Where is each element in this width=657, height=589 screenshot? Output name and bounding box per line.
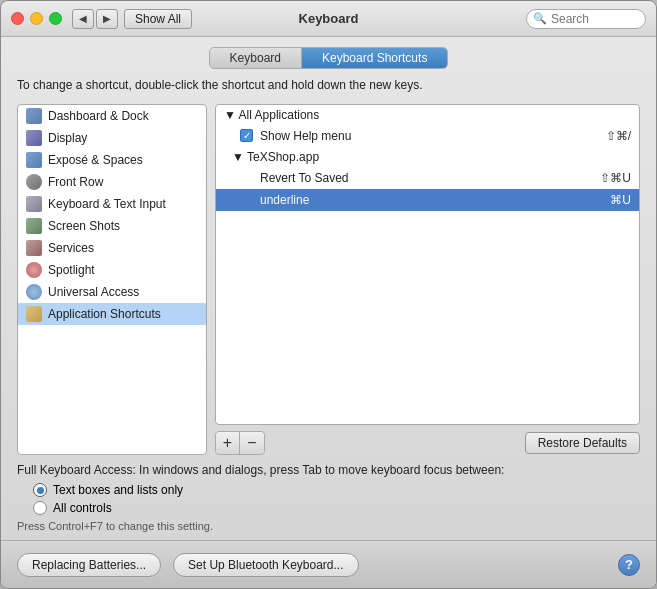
replacing-batteries-button[interactable]: Replacing Batteries...: [17, 553, 161, 577]
tab-container: Keyboard Keyboard Shortcuts: [209, 47, 449, 69]
back-button[interactable]: ◀: [72, 9, 94, 29]
tab-bar: Keyboard Keyboard Shortcuts: [1, 37, 656, 77]
close-button[interactable]: [11, 12, 24, 25]
sidebar-label-screenshots: Screen Shots: [48, 219, 120, 233]
subgroup-texshop[interactable]: ▼ TeXShop.app: [216, 147, 639, 167]
keyboard-icon: [26, 196, 42, 212]
screenshots-icon: [26, 218, 42, 234]
shortcut-panel: ▼ All Applications Show Help menu ⇧⌘/ ▼ …: [215, 104, 640, 455]
fka-section: Full Keyboard Access: In windows and dia…: [17, 463, 640, 532]
sidebar-label-spotlight: Spotlight: [48, 263, 95, 277]
content-area: To change a shortcut, double-click the s…: [1, 77, 656, 540]
sidebar-item-services[interactable]: Services: [18, 237, 206, 259]
sidebar-item-expose[interactable]: Exposé & Spaces: [18, 149, 206, 171]
sidebar-label-dashboard: Dashboard & Dock: [48, 109, 149, 123]
radio-dot: [37, 487, 44, 494]
tab-keyboard-shortcuts[interactable]: Keyboard Shortcuts: [302, 48, 447, 68]
radio-text-boxes-label: Text boxes and lists only: [53, 483, 183, 497]
sidebar-item-display[interactable]: Display: [18, 127, 206, 149]
checkbox-show-help[interactable]: [240, 129, 260, 142]
shortcut-bottom-buttons: + − Restore Defaults: [215, 431, 640, 455]
help-button[interactable]: ?: [618, 554, 640, 576]
display-icon: [26, 130, 42, 146]
services-icon: [26, 240, 42, 256]
add-shortcut-button[interactable]: +: [216, 432, 240, 454]
shortcut-revert-keys: ⇧⌘U: [600, 171, 631, 185]
universal-icon: [26, 284, 42, 300]
shortcut-revert-saved[interactable]: Revert To Saved ⇧⌘U: [216, 167, 639, 189]
radio-text-boxes-input[interactable]: [33, 483, 47, 497]
shortcut-underline[interactable]: underline ⌘U: [216, 189, 639, 211]
forward-button[interactable]: ▶: [96, 9, 118, 29]
shortcut-revert-label: Revert To Saved: [260, 171, 600, 185]
fka-title: Full Keyboard Access: In windows and dia…: [17, 463, 640, 477]
main-window: ◀ ▶ Show All Keyboard 🔍 Keyboard Keyboar…: [0, 0, 657, 589]
search-box[interactable]: 🔍: [526, 9, 646, 29]
expose-icon: [26, 152, 42, 168]
hint-text: Press Control+F7 to change this setting.: [17, 520, 640, 532]
sidebar-item-dashboard[interactable]: Dashboard & Dock: [18, 105, 206, 127]
radio-all-controls[interactable]: All controls: [33, 501, 640, 515]
shortcut-underline-label: underline: [260, 193, 610, 207]
show-all-button[interactable]: Show All: [124, 9, 192, 29]
nav-buttons: ◀ ▶: [72, 9, 118, 29]
shortcut-show-help[interactable]: Show Help menu ⇧⌘/: [216, 125, 639, 147]
spotlight-icon: [26, 262, 42, 278]
add-remove-buttons: + −: [215, 431, 265, 455]
sidebar-item-frontrow[interactable]: Front Row: [18, 171, 206, 193]
group-all-apps-label: ▼ All Applications: [224, 108, 319, 122]
dashboard-icon: [26, 108, 42, 124]
main-area: Dashboard & Dock Display Exposé & Spaces…: [17, 104, 640, 455]
radio-all-controls-label: All controls: [53, 501, 112, 515]
shortcut-underline-keys: ⌘U: [610, 193, 631, 207]
traffic-lights: [11, 12, 62, 25]
restore-defaults-button[interactable]: Restore Defaults: [525, 432, 640, 454]
sidebar-label-keyboard: Keyboard & Text Input: [48, 197, 166, 211]
frontrow-icon: [26, 174, 42, 190]
group-all-apps[interactable]: ▼ All Applications: [216, 105, 639, 125]
sidebar-label-expose: Exposé & Spaces: [48, 153, 143, 167]
tab-keyboard[interactable]: Keyboard: [210, 48, 302, 68]
window-title: Keyboard: [299, 11, 359, 26]
title-bar: ◀ ▶ Show All Keyboard 🔍: [1, 1, 656, 37]
sidebar-label-universal: Universal Access: [48, 285, 139, 299]
radio-all-controls-input[interactable]: [33, 501, 47, 515]
sidebar-label-display: Display: [48, 131, 87, 145]
search-input[interactable]: [551, 12, 639, 26]
setup-bluetooth-button[interactable]: Set Up Bluetooth Keyboard...: [173, 553, 358, 577]
sidebar-item-keyboard[interactable]: Keyboard & Text Input: [18, 193, 206, 215]
maximize-button[interactable]: [49, 12, 62, 25]
appshortcuts-icon: [26, 306, 42, 322]
shortcut-list: ▼ All Applications Show Help menu ⇧⌘/ ▼ …: [215, 104, 640, 425]
radio-text-boxes[interactable]: Text boxes and lists only: [33, 483, 640, 497]
sidebar-item-universal[interactable]: Universal Access: [18, 281, 206, 303]
subgroup-texshop-label: ▼ TeXShop.app: [232, 150, 319, 164]
remove-shortcut-button[interactable]: −: [240, 432, 264, 454]
bottom-bar: Replacing Batteries... Set Up Bluetooth …: [1, 540, 656, 588]
shortcut-show-help-label: Show Help menu: [260, 129, 606, 143]
minimize-button[interactable]: [30, 12, 43, 25]
sidebar-label-appshortcuts: Application Shortcuts: [48, 307, 161, 321]
sidebar-label-services: Services: [48, 241, 94, 255]
shortcut-show-help-keys: ⇧⌘/: [606, 129, 631, 143]
radio-group: Text boxes and lists only All controls: [33, 483, 640, 515]
instruction-text: To change a shortcut, double-click the s…: [17, 77, 640, 94]
search-icon: 🔍: [533, 12, 547, 25]
sidebar: Dashboard & Dock Display Exposé & Spaces…: [17, 104, 207, 455]
sidebar-item-spotlight[interactable]: Spotlight: [18, 259, 206, 281]
sidebar-label-frontrow: Front Row: [48, 175, 103, 189]
sidebar-item-screenshots[interactable]: Screen Shots: [18, 215, 206, 237]
checked-icon: [240, 129, 253, 142]
sidebar-item-appshortcuts[interactable]: Application Shortcuts: [18, 303, 206, 325]
